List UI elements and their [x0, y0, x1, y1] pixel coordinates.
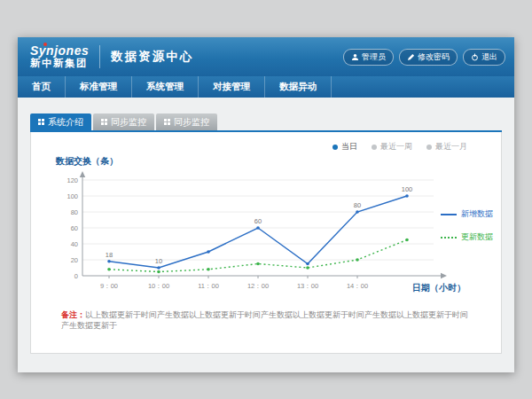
svg-text:10：00: 10：00: [148, 282, 169, 290]
brand-logo-subtext: 新中新集团: [30, 58, 89, 69]
logout-button[interactable]: 退出: [463, 49, 505, 66]
svg-text:18: 18: [106, 251, 113, 259]
svg-text:10: 10: [155, 257, 162, 265]
svg-text:9：00: 9：00: [100, 282, 118, 290]
tab-label: 同步监控: [174, 116, 209, 129]
svg-text:60: 60: [254, 217, 262, 225]
svg-text:120: 120: [66, 176, 78, 184]
tab-system-intro[interactable]: 系统介绍: [30, 113, 91, 130]
change-password-button[interactable]: 修改密码: [399, 49, 458, 66]
footnote-text: 以上数据更新于时间产生数据以上数据更新于时间产生数据以上数据更新于时间产生数据以…: [61, 310, 468, 331]
filter-today[interactable]: 当日: [332, 141, 357, 153]
svg-text:40: 40: [71, 240, 78, 248]
range-filter-legend: 当日 最近一周 最近一月: [332, 141, 467, 153]
svg-text:80: 80: [71, 208, 78, 216]
svg-text:100: 100: [402, 185, 413, 193]
svg-text:13：00: 13：00: [297, 282, 318, 290]
nav-item-system-mgmt[interactable]: 系统管理: [132, 76, 199, 98]
filter-last-month[interactable]: 最近一月: [426, 141, 467, 153]
footnote-prefix: 备注：: [61, 310, 85, 319]
legend-label: 新增数据: [461, 208, 493, 220]
radio-dot-icon: [332, 145, 338, 150]
line-chart: 0204060801001209：0010：0011：0012：0013：001…: [52, 169, 451, 309]
y-axis-title: 数据交换（条）: [56, 155, 118, 168]
tab-sync-monitor-2[interactable]: 同步监控: [156, 113, 217, 130]
nav-item-standard-mgmt[interactable]: 标准管理: [66, 76, 132, 98]
change-password-label: 修改密码: [418, 51, 450, 63]
svg-text:11：00: 11：00: [198, 282, 219, 290]
svg-text:14：00: 14：00: [347, 282, 368, 290]
filter-label: 最近一周: [380, 141, 412, 153]
filter-label: 最近一月: [435, 141, 467, 153]
logout-label: 退出: [481, 51, 497, 63]
legend-item-new-data[interactable]: 新增数据: [441, 208, 493, 220]
tab-label: 同步监控: [111, 116, 146, 129]
app-title: 数据资源中心: [111, 49, 193, 65]
radio-dot-icon: [426, 145, 432, 150]
nav-item-connect-mgmt[interactable]: 对接管理: [199, 76, 265, 98]
svg-text:0: 0: [74, 272, 78, 280]
svg-text:12：00: 12：00: [247, 282, 269, 290]
grid-icon: [38, 117, 44, 127]
app-window: Synjones 新中新集团 数据资源中心 管理员 修改密码: [18, 37, 514, 372]
series-line: [109, 196, 407, 268]
power-icon: [471, 53, 479, 61]
header-divider: [99, 45, 100, 68]
series-legend: 新增数据 更新数据: [441, 208, 493, 243]
user-button[interactable]: 管理员: [343, 49, 394, 66]
svg-text:20: 20: [71, 256, 78, 264]
tab-sync-monitor-1[interactable]: 同步监控: [93, 113, 154, 130]
user-label: 管理员: [362, 51, 386, 63]
brand-logo-text: Synjones: [30, 44, 89, 58]
filter-label: 当日: [341, 141, 357, 153]
header-actions: 管理员 修改密码 退出: [343, 49, 505, 66]
content-area: 系统介绍 同步监控 同步监控 当日: [18, 98, 514, 372]
svg-text:80: 80: [354, 201, 361, 209]
user-icon: [351, 53, 359, 61]
brand-logo[interactable]: Synjones 新中新集团: [30, 44, 89, 69]
main-nav: 首页 标准管理 系统管理 对接管理 数据异动: [18, 76, 514, 98]
pencil-icon: [407, 53, 415, 61]
tab-bar: 系统介绍 同步监控 同步监控: [30, 113, 514, 130]
nav-item-home[interactable]: 首页: [18, 76, 66, 98]
dotted-line-icon: [441, 237, 457, 239]
radio-dot-icon: [372, 145, 377, 150]
x-axis-title: 日期（小时）: [412, 282, 466, 294]
nav-item-data-change[interactable]: 数据异动: [265, 76, 332, 98]
legend-item-updated-data[interactable]: 更新数据: [441, 231, 493, 243]
header-bar: Synjones 新中新集团 数据资源中心 管理员 修改密码: [18, 37, 514, 76]
chart-panel: 当日 最近一周 最近一月 数据交换（条） 0204060801001209：00…: [30, 132, 502, 354]
solid-line-icon: [441, 214, 457, 215]
svg-text:100: 100: [66, 192, 78, 200]
tab-label: 系统介绍: [48, 116, 83, 129]
svg-text:60: 60: [71, 224, 78, 232]
footnote: 备注：以上数据更新于时间产生数据以上数据更新于时间产生数据以上数据更新于时间产生…: [61, 309, 474, 332]
legend-label: 更新数据: [461, 231, 493, 243]
filter-last-week[interactable]: 最近一周: [372, 141, 412, 153]
logo-accent-dot: [43, 43, 47, 46]
grid-icon: [101, 117, 107, 127]
grid-icon: [164, 117, 170, 127]
